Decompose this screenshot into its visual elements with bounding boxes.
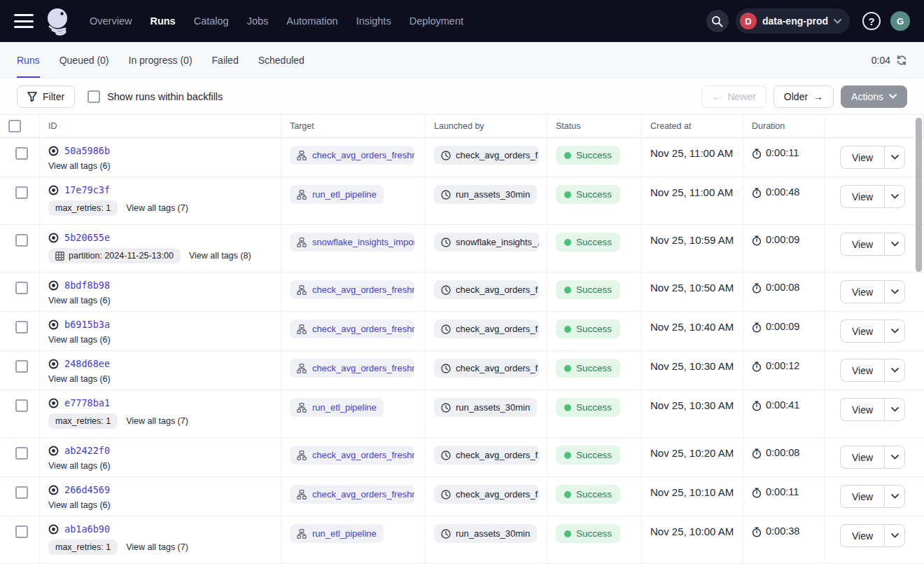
view-all-tags-link[interactable]: View all tags (6) [48, 296, 111, 305]
row-checkbox[interactable] [15, 186, 28, 199]
dagster-logo-icon[interactable] [43, 6, 74, 36]
vertical-scrollbar[interactable] [916, 118, 922, 272]
launched-by-pill[interactable]: check_avg_orders_f… [434, 319, 539, 338]
row-checkbox[interactable] [15, 282, 28, 294]
view-all-tags-link[interactable]: View all tags (6) [48, 461, 111, 471]
launched-by-pill[interactable]: check_avg_orders_f… [434, 446, 539, 465]
run-id-link[interactable]: b6915b3a [64, 319, 110, 330]
tab-runs[interactable]: Runs [17, 42, 40, 78]
view-button[interactable]: View [840, 185, 884, 208]
backfills-checkbox[interactable] [88, 90, 100, 103]
nav-item-catalog[interactable]: Catalog [194, 15, 229, 27]
older-button[interactable]: Older → [774, 85, 834, 108]
view-button[interactable]: View [840, 233, 884, 256]
launched-by-pill[interactable]: check_avg_orders_f… [434, 485, 539, 504]
view-button[interactable]: View [840, 146, 884, 169]
launched-by-pill[interactable]: snowflake_insights_… [434, 233, 539, 252]
target-pill[interactable]: run_etl_pipeline [290, 185, 384, 204]
launched-by-pill[interactable]: run_assets_30min [434, 398, 537, 417]
tab-failed[interactable]: Failed [212, 42, 239, 78]
view-dropdown-button[interactable] [884, 485, 905, 508]
target-pill[interactable]: run_etl_pipeline [290, 398, 384, 417]
launched-by-pill[interactable]: run_assets_30min [434, 185, 537, 204]
nav-item-overview[interactable]: Overview [90, 15, 132, 27]
help-icon[interactable]: ? [862, 12, 881, 30]
nav-item-deployment[interactable]: Deployment [410, 15, 463, 27]
run-id-link[interactable]: e7778ba1 [64, 397, 110, 408]
run-id-link[interactable]: 8bdf8b98 [64, 280, 110, 291]
view-button[interactable]: View [840, 398, 884, 421]
run-tag-pill[interactable]: max_retries: 1 [48, 413, 118, 429]
search-button[interactable] [706, 10, 729, 32]
target-pill[interactable]: check_avg_orders_freshne [290, 319, 414, 338]
actions-button[interactable]: Actions [841, 85, 907, 108]
target-pill[interactable]: check_avg_orders_freshne [290, 280, 414, 299]
view-all-tags-link[interactable]: View all tags (6) [48, 500, 111, 510]
run-id-link[interactable]: 248d68ee [64, 358, 110, 369]
tab-in-progress[interactable]: In progress (0) [129, 42, 192, 78]
row-checkbox[interactable] [15, 321, 28, 333]
view-button[interactable]: View [840, 485, 884, 508]
view-all-tags-link[interactable]: View all tags (8) [189, 251, 251, 261]
view-all-tags-link[interactable]: View all tags (6) [48, 374, 111, 384]
row-checkbox[interactable] [15, 147, 28, 160]
view-dropdown-button[interactable] [884, 524, 905, 547]
menu-icon[interactable] [14, 14, 34, 28]
row-checkbox[interactable] [15, 525, 28, 538]
run-tag-pill[interactable]: partition: 2024-11-25-13:00 [48, 248, 181, 263]
target-pill[interactable]: snowflake_insights_import [290, 233, 414, 252]
avatar[interactable]: G [890, 11, 910, 31]
target-pill[interactable]: check_avg_orders_freshne [290, 146, 414, 165]
view-dropdown-button[interactable] [884, 446, 905, 469]
view-dropdown-button[interactable] [884, 398, 905, 421]
run-tag-pill[interactable]: max_retries: 1 [48, 539, 118, 555]
target-pill[interactable]: check_avg_orders_freshne [290, 485, 414, 504]
nav-item-runs[interactable]: Runs [150, 15, 175, 27]
newer-button[interactable]: ← Newer [701, 85, 766, 108]
view-button[interactable]: View [840, 280, 884, 303]
run-id-link[interactable]: 266d4569 [64, 484, 110, 495]
run-id-link[interactable]: 17e79c3f [64, 184, 110, 195]
target-pill[interactable]: check_avg_orders_freshne [290, 446, 414, 465]
tab-scheduled[interactable]: Scheduled [258, 42, 304, 78]
target-pill[interactable]: run_etl_pipeline [290, 524, 384, 543]
view-dropdown-button[interactable] [884, 319, 905, 343]
launched-by-pill[interactable]: check_avg_orders_f… [434, 146, 539, 165]
view-dropdown-button[interactable] [884, 146, 905, 169]
row-checkbox[interactable] [15, 234, 28, 247]
view-all-tags-link[interactable]: View all tags (6) [48, 335, 111, 345]
view-all-tags-link[interactable]: View all tags (7) [126, 203, 188, 213]
refresh-icon[interactable] [896, 55, 907, 66]
select-all-checkbox[interactable] [8, 120, 21, 132]
nav-item-insights[interactable]: Insights [356, 15, 391, 27]
nav-item-jobs[interactable]: Jobs [247, 15, 269, 27]
nav-item-automation[interactable]: Automation [286, 15, 337, 27]
view-button[interactable]: View [840, 359, 884, 382]
view-button[interactable]: View [840, 524, 884, 547]
row-checkbox[interactable] [15, 447, 28, 460]
view-button[interactable]: View [840, 446, 884, 469]
row-checkbox[interactable] [15, 486, 28, 499]
run-id-link[interactable]: 50a5986b [64, 145, 110, 156]
view-dropdown-button[interactable] [884, 233, 905, 256]
row-checkbox[interactable] [15, 399, 28, 412]
view-button[interactable]: View [840, 319, 884, 343]
run-tag-pill[interactable]: max_retries: 1 [48, 200, 118, 216]
view-dropdown-button[interactable] [884, 359, 905, 382]
row-checkbox[interactable] [15, 360, 28, 373]
run-id-link[interactable]: ab2422f0 [64, 445, 110, 456]
view-all-tags-link[interactable]: View all tags (7) [126, 416, 188, 426]
target-pill[interactable]: check_avg_orders_freshne [290, 359, 414, 378]
view-dropdown-button[interactable] [884, 185, 905, 208]
launched-by-pill[interactable]: check_avg_orders_f… [434, 280, 539, 299]
run-id-link[interactable]: 5b20655e [64, 232, 110, 243]
launched-by-pill[interactable]: run_assets_30min [434, 524, 537, 543]
filter-button[interactable]: Filter [17, 85, 75, 108]
launched-by-pill[interactable]: check_avg_orders_f… [434, 359, 539, 378]
view-all-tags-link[interactable]: View all tags (6) [48, 161, 111, 171]
view-dropdown-button[interactable] [884, 280, 905, 303]
run-id-link[interactable]: ab1a6b90 [64, 523, 110, 535]
tab-queued[interactable]: Queued (0) [59, 42, 109, 78]
view-all-tags-link[interactable]: View all tags (7) [126, 542, 188, 552]
deployment-switcher[interactable]: D data-eng-prod [736, 8, 850, 34]
